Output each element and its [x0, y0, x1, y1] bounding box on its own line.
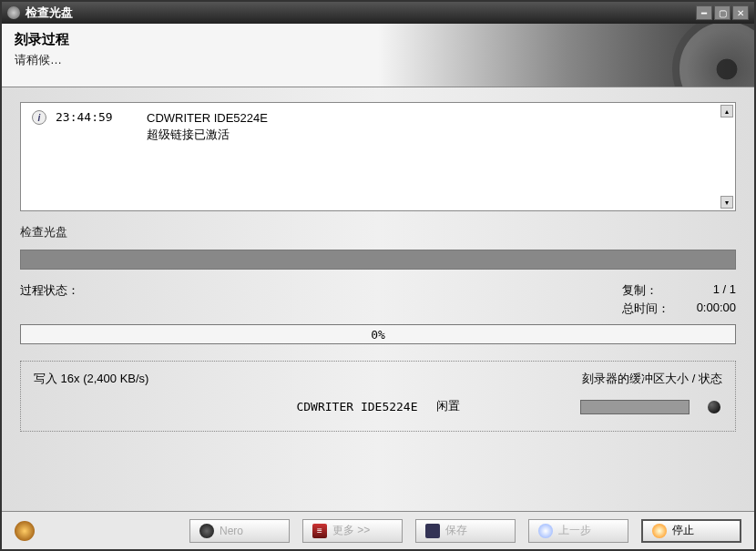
process-status-label: 过程状态： [20, 282, 79, 317]
save-label: 保存 [445, 523, 467, 538]
save-button[interactable]: 保存 [415, 519, 516, 543]
more-label: 更多 >> [332, 523, 370, 538]
log-text: 超级链接已激活 [147, 127, 268, 143]
header: 刻录过程 请稍候… [2, 24, 754, 87]
footer-toolbar: Nero ≡ 更多 >> 保存 上一步 停止 [2, 511, 754, 549]
more-icon: ≡ [312, 524, 327, 538]
writer-device: CDWRITER IDE5224E [296, 400, 417, 413]
writer-status: 闲置 [436, 398, 460, 414]
app-window: 检查光盘 ━ ▢ ✕ 刻录过程 请稍候… i 23:44:59 CDWRITER… [0, 0, 756, 551]
content-area: i 23:44:59 CDWRITER IDE5224E 超级链接已激活 ▴ ▾… [2, 87, 754, 511]
log-message: CDWRITER IDE5224E 超级链接已激活 [147, 110, 268, 143]
log-panel: i 23:44:59 CDWRITER IDE5224E 超级链接已激活 ▴ ▾ [20, 102, 736, 211]
status-led-icon [708, 401, 720, 413]
back-button[interactable]: 上一步 [528, 519, 628, 543]
more-button[interactable]: ≡ 更多 >> [302, 519, 403, 543]
log-entry: i 23:44:59 CDWRITER IDE5224E 超级链接已激活 [32, 110, 724, 143]
log-device: CDWRITER IDE5224E [147, 110, 268, 127]
help-icon[interactable] [15, 521, 35, 541]
scroll-down-icon[interactable]: ▾ [720, 196, 733, 209]
nero-label: Nero [220, 525, 243, 537]
nero-icon [199, 524, 214, 538]
close-button[interactable]: ✕ [732, 5, 749, 20]
scroll-up-icon[interactable]: ▴ [720, 105, 733, 117]
stop-button[interactable]: 停止 [641, 519, 741, 543]
back-label: 上一步 [558, 523, 591, 538]
total-time-value: 0:00:00 [697, 301, 736, 317]
info-icon: i [32, 110, 46, 125]
buffer-label: 刻录器的缓冲区大小 / 状态 [582, 371, 722, 387]
verify-label: 检查光盘 [20, 224, 736, 240]
maximize-button[interactable]: ▢ [714, 5, 730, 20]
write-speed-label: 写入 16x (2,400 KB/s) [34, 371, 148, 387]
stats-row: 过程状态： 复制： 1 / 1 总时间： 0:00:00 [20, 282, 736, 317]
titlebar: 检查光盘 ━ ▢ ✕ [2, 2, 754, 24]
writer-panel: 写入 16x (2,400 KB/s) 刻录器的缓冲区大小 / 状态 CDWRI… [20, 361, 736, 432]
back-icon [538, 524, 553, 538]
disc-icon [672, 24, 754, 87]
app-icon [7, 6, 20, 19]
verify-progress-bar [20, 250, 736, 270]
stop-label: 停止 [672, 523, 694, 538]
buffer-progress-bar [580, 400, 690, 414]
copy-value: 1 / 1 [697, 282, 736, 299]
total-time-label: 总时间： [622, 301, 669, 317]
nero-button[interactable]: Nero [189, 519, 290, 543]
copy-label: 复制： [622, 282, 669, 299]
save-icon [425, 524, 440, 538]
stop-icon [652, 524, 667, 538]
page-title: 刻录过程 [15, 31, 741, 48]
log-scrollbar[interactable]: ▴ ▾ [720, 105, 733, 209]
minimize-button[interactable]: ━ [696, 5, 712, 20]
process-progress-bar: 0% [20, 324, 736, 344]
process-percent: 0% [371, 328, 385, 342]
page-subtitle: 请稍候… [15, 52, 741, 68]
window-title: 检查光盘 [26, 5, 696, 21]
log-timestamp: 23:44:59 [56, 110, 138, 124]
